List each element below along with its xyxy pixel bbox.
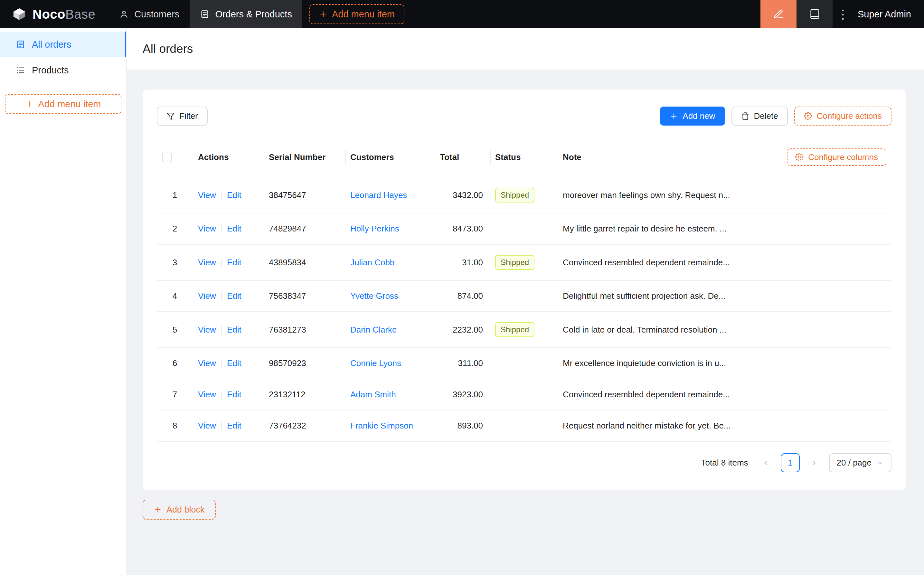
row-index: 6 xyxy=(157,348,193,379)
pagination-total: Total 8 items xyxy=(701,458,748,468)
total-cell: 3432.00 xyxy=(435,177,490,213)
configure-actions-button[interactable]: Configure actions xyxy=(794,106,891,125)
select-all-checkbox[interactable] xyxy=(162,152,171,162)
sidebar-item-all-orders[interactable]: All orders xyxy=(0,32,126,57)
table-row: 6 ViewEdit 98570923 Connie Lyons 311.00 … xyxy=(157,348,891,379)
add-block-button[interactable]: Add block xyxy=(143,500,216,519)
pagination-page-1[interactable]: 1 xyxy=(781,453,800,472)
empty-cell xyxy=(763,213,891,245)
empty-cell xyxy=(763,379,891,410)
serial-number-cell: 38475647 xyxy=(264,177,345,213)
customer-cell: Yvette Gross xyxy=(345,280,435,311)
edit-link[interactable]: Edit xyxy=(227,190,241,200)
total-cell: 3923.00 xyxy=(435,379,490,410)
table-row: 5 ViewEdit 76381273 Darin Clarke 2232.00… xyxy=(157,311,891,348)
customer-link[interactable]: Leonard Hayes xyxy=(350,190,407,200)
nav-item-orders-products[interactable]: Orders & Products xyxy=(190,0,302,28)
ui-editor-button[interactable] xyxy=(760,0,797,28)
table-row: 7 ViewEdit 23132112 Adam Smith 3923.00 C… xyxy=(157,379,891,410)
nav-menu: Customers Orders & Products Add menu ite… xyxy=(109,0,404,28)
more-menu-button[interactable]: ⋮ xyxy=(833,0,853,28)
book-icon xyxy=(809,9,820,20)
nav-add-menu-item-button[interactable]: Add menu item xyxy=(310,4,404,24)
table-row: 3 ViewEdit 43895834 Julian Cobb 31.00 Sh… xyxy=(157,245,891,280)
customer-link[interactable]: Connie Lyons xyxy=(350,358,401,368)
status-cell: Shipped xyxy=(490,177,557,213)
row-index: 4 xyxy=(157,280,193,311)
toolbar-right: Add new Delete Configure actions xyxy=(660,106,891,125)
view-link[interactable]: View xyxy=(198,421,216,430)
edit-link[interactable]: Edit xyxy=(227,224,241,233)
logo-text-light: Base xyxy=(65,7,95,21)
sidebar-add-menu-item-button[interactable]: Add menu item xyxy=(5,94,121,114)
view-link[interactable]: View xyxy=(198,224,216,233)
customer-cell: Julian Cobb xyxy=(345,245,435,280)
table-row: 2 ViewEdit 74829847 Holly Perkins 8473.0… xyxy=(157,213,891,245)
edit-link[interactable]: Edit xyxy=(227,389,241,399)
row-index: 5 xyxy=(157,311,193,348)
view-link[interactable]: View xyxy=(198,291,216,301)
nocobase-logo[interactable]: NocoBase xyxy=(0,0,109,28)
total-cell: 311.00 xyxy=(435,348,490,379)
gear-icon xyxy=(795,153,803,161)
edit-link[interactable]: Edit xyxy=(227,421,241,430)
sidebar-add-menu-item-label: Add menu item xyxy=(38,99,101,110)
nav-item-customers[interactable]: Customers xyxy=(109,0,190,28)
customer-cell: Holly Perkins xyxy=(345,213,435,245)
customer-link[interactable]: Darin Clarke xyxy=(350,325,397,335)
edit-link[interactable]: Edit xyxy=(227,257,241,267)
note-cell: Cold in late or deal. Terminated resolut… xyxy=(557,311,763,348)
api-docs-button[interactable] xyxy=(797,0,833,28)
filter-button[interactable]: Filter xyxy=(157,106,208,125)
main-content: All orders Filter Add new Delete xyxy=(127,28,924,575)
page-size-select[interactable]: 20 / page xyxy=(829,453,891,472)
column-header-serial: Serial Number xyxy=(264,137,345,177)
gear-icon xyxy=(804,112,812,121)
actions-cell: ViewEdit xyxy=(193,245,264,280)
customer-link[interactable]: Holly Perkins xyxy=(350,224,399,233)
plus-icon xyxy=(670,112,678,121)
actions-cell: ViewEdit xyxy=(193,177,264,213)
configure-columns-button[interactable]: Configure columns xyxy=(787,148,886,166)
action-divider xyxy=(221,192,222,200)
delete-button[interactable]: Delete xyxy=(732,106,788,125)
pagination-prev-button[interactable] xyxy=(757,453,776,472)
edit-link[interactable]: Edit xyxy=(227,325,241,335)
customer-cell: Darin Clarke xyxy=(345,311,435,348)
sidebar-item-products[interactable]: Products xyxy=(0,57,126,83)
pagination-next-button[interactable] xyxy=(805,453,824,472)
view-link[interactable]: View xyxy=(198,358,216,368)
view-link[interactable]: View xyxy=(198,257,216,267)
action-divider xyxy=(221,292,222,301)
column-header-note: Note xyxy=(557,137,763,177)
customer-link[interactable]: Julian Cobb xyxy=(350,257,394,267)
empty-cell xyxy=(763,177,891,213)
customer-link[interactable]: Adam Smith xyxy=(350,389,396,399)
note-cell: moreover man feelings own shy. Request n… xyxy=(557,177,763,213)
total-cell: 893.00 xyxy=(435,410,490,442)
row-index: 7 xyxy=(157,379,193,410)
user-menu[interactable]: Super Admin xyxy=(853,0,924,28)
view-link[interactable]: View xyxy=(198,389,216,399)
edit-link[interactable]: Edit xyxy=(227,358,241,368)
column-header-actions: Actions xyxy=(193,137,264,177)
ui-editor-pen-icon xyxy=(773,9,784,20)
status-cell xyxy=(490,379,557,410)
actions-cell: ViewEdit xyxy=(193,311,264,348)
chevron-right-icon xyxy=(810,459,818,467)
note-cell: Convinced resembled dependent remainde..… xyxy=(557,379,763,410)
status-cell xyxy=(490,348,557,379)
filter-icon xyxy=(167,112,175,121)
edit-link[interactable]: Edit xyxy=(227,291,241,301)
note-cell: Mr excellence inquietude conviction is i… xyxy=(557,348,763,379)
customer-link[interactable]: Frankie Simpson xyxy=(350,421,413,430)
serial-number-cell: 73764232 xyxy=(264,410,345,442)
action-divider xyxy=(221,326,222,335)
customer-link[interactable]: Yvette Gross xyxy=(350,291,398,301)
add-new-button[interactable]: Add new xyxy=(660,106,725,125)
orders-products-icon xyxy=(200,10,210,19)
view-link[interactable]: View xyxy=(198,190,216,200)
view-link[interactable]: View xyxy=(198,325,216,335)
nocobase-logo-icon xyxy=(12,7,27,22)
filter-button-label: Filter xyxy=(179,111,198,121)
